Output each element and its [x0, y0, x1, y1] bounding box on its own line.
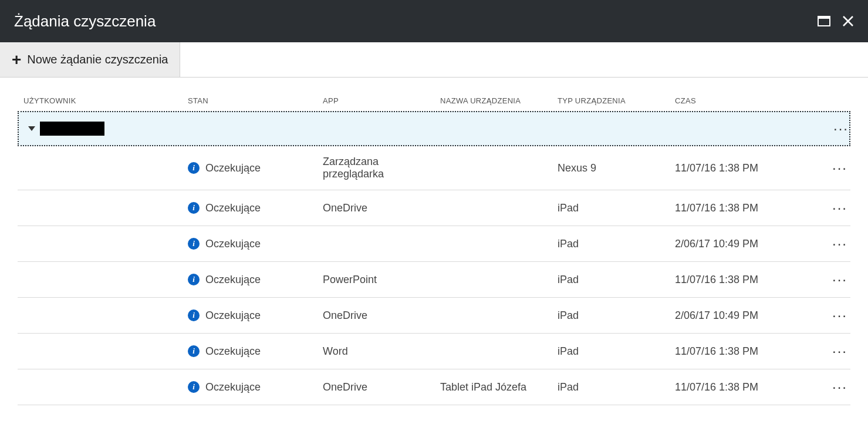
group-more-menu[interactable]: ···: [805, 120, 852, 137]
cell-time: 11/07/16 1:38 PM: [675, 274, 804, 286]
cell-app: OneDrive: [323, 381, 440, 393]
status-text: Oczekujące: [205, 238, 261, 250]
info-icon: i: [188, 238, 200, 250]
cell-status: i Oczekujące: [188, 274, 323, 286]
info-icon: i: [188, 381, 200, 393]
table-row[interactable]: i Oczekujące PowerPoint iPad 11/07/16 1:…: [18, 262, 850, 298]
table-row[interactable]: i Oczekujące iPad 2/06/17 10:49 PM ···: [18, 226, 850, 262]
cell-device-type: Nexus 9: [558, 162, 675, 174]
panel-header: Żądania czyszczenia: [0, 0, 868, 42]
group-row[interactable]: ···: [18, 111, 850, 146]
cell-device-type: iPad: [558, 274, 675, 286]
header-actions: [818, 15, 854, 27]
info-icon: i: [188, 345, 200, 357]
cell-status: i Oczekujące: [188, 309, 323, 322]
table-row[interactable]: i Oczekujące OneDrive iPad 2/06/17 10:49…: [18, 298, 850, 334]
page-title: Żądania czyszczenia: [14, 12, 156, 31]
status-text: Oczekujące: [205, 345, 261, 358]
table-row[interactable]: i Oczekujące Zarządzana przeglądarka Nex…: [18, 146, 850, 190]
cell-status: i Oczekujące: [188, 345, 323, 358]
column-header-device-name[interactable]: NAZWA URZĄDZENIA: [440, 96, 558, 105]
plus-icon: +: [12, 52, 21, 68]
svg-rect-1: [818, 16, 830, 19]
row-more-menu[interactable]: ···: [804, 307, 851, 324]
cell-status: i Oczekujące: [188, 202, 323, 214]
table-row[interactable]: i Oczekujące OneDrive Tablet iPad Józefa…: [18, 369, 850, 405]
cell-status: i Oczekujące: [188, 162, 323, 174]
info-icon: i: [188, 309, 200, 321]
close-icon[interactable]: [842, 15, 854, 27]
status-text: Oczekujące: [205, 381, 261, 393]
cell-device-type: iPad: [558, 238, 675, 250]
cell-time: 11/07/16 1:38 PM: [675, 345, 804, 358]
toolbar: + Nowe żądanie czyszczenia: [0, 42, 868, 78]
cell-time: 11/07/16 1:38 PM: [675, 162, 804, 174]
column-header-user[interactable]: UŻYTKOWNIK: [23, 96, 188, 105]
cell-status: i Oczekujące: [188, 381, 323, 393]
cell-time: 11/07/16 1:38 PM: [675, 381, 804, 393]
restore-window-icon[interactable]: [818, 16, 830, 26]
cell-app: OneDrive: [323, 309, 440, 322]
row-more-menu[interactable]: ···: [804, 160, 851, 176]
cell-app: Word: [323, 345, 440, 358]
status-text: Oczekujące: [205, 162, 261, 174]
chevron-down-icon[interactable]: [28, 126, 35, 131]
table-header-row: UŻYTKOWNIK STAN APP NAZWA URZĄDZENIA TYP…: [18, 92, 850, 111]
status-text: Oczekujące: [205, 274, 261, 286]
status-text: Oczekujące: [205, 202, 261, 214]
row-more-menu[interactable]: ···: [804, 379, 851, 395]
cell-time: 2/06/17 10:49 PM: [675, 238, 804, 250]
info-icon: i: [188, 162, 200, 174]
cell-app: PowerPoint: [323, 274, 440, 286]
info-icon: i: [188, 202, 200, 214]
new-wipe-request-label: Nowe żądanie czyszczenia: [27, 53, 168, 66]
column-header-time[interactable]: CZAS: [675, 96, 804, 105]
cell-device-type: iPad: [558, 202, 675, 214]
content-area: UŻYTKOWNIK STAN APP NAZWA URZĄDZENIA TYP…: [0, 78, 868, 405]
status-text: Oczekujące: [205, 309, 261, 322]
table-row[interactable]: i Oczekujące OneDrive iPad 11/07/16 1:38…: [18, 190, 850, 226]
column-header-app[interactable]: APP: [323, 96, 440, 105]
column-header-status[interactable]: STAN: [188, 96, 323, 105]
cell-time: 2/06/17 10:49 PM: [675, 309, 804, 322]
table-row[interactable]: i Oczekujące Word iPad 11/07/16 1:38 PM …: [18, 334, 850, 369]
redacted-user-name: [40, 122, 104, 136]
cell-device-type: iPad: [558, 309, 675, 322]
row-more-menu[interactable]: ···: [804, 343, 851, 359]
cell-time: 11/07/16 1:38 PM: [675, 202, 804, 214]
cell-app: Zarządzana przeglądarka: [323, 156, 440, 180]
cell-app: OneDrive: [323, 202, 440, 214]
info-icon: i: [188, 274, 200, 285]
group-user-cell: [25, 122, 189, 136]
new-wipe-request-button[interactable]: + Nowe żądanie czyszczenia: [0, 42, 180, 77]
column-header-device-type[interactable]: TYP URZĄDZENIA: [558, 96, 675, 105]
row-more-menu[interactable]: ···: [804, 200, 851, 216]
cell-status: i Oczekujące: [188, 238, 323, 250]
cell-device-name: Tablet iPad Józefa: [440, 381, 558, 393]
cell-device-type: iPad: [558, 381, 675, 393]
row-more-menu[interactable]: ···: [804, 271, 851, 288]
cell-device-type: iPad: [558, 345, 675, 358]
row-more-menu[interactable]: ···: [804, 235, 851, 252]
